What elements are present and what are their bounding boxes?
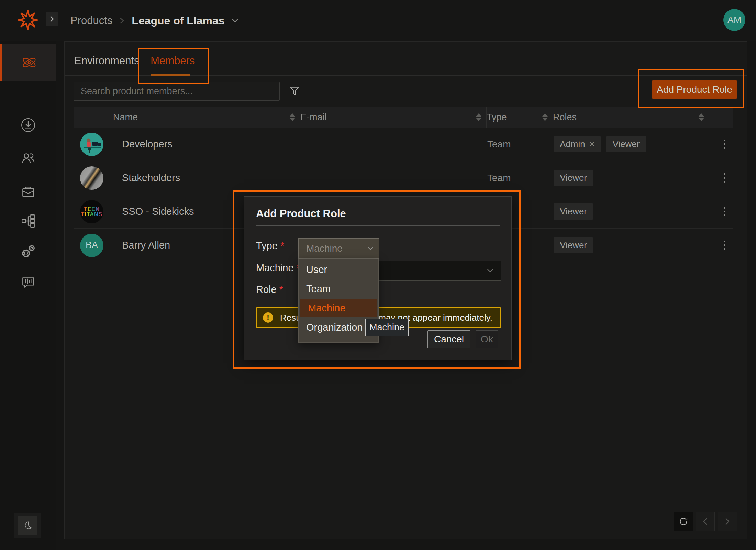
breadcrumb-separator-icon: [119, 17, 125, 24]
row-menu-kebab-icon[interactable]: [716, 140, 733, 149]
sort-roles[interactable]: [699, 113, 704, 121]
refresh-icon: [678, 516, 689, 527]
avatar-barry-allen: BA: [80, 234, 103, 257]
breadcrumb: Products League of Llamas: [70, 0, 238, 41]
table-row[interactable]: Stakeholders Team Viewer: [74, 161, 733, 195]
type-field-label: Type*: [256, 240, 284, 252]
dialog-title: Add Product Role: [256, 208, 346, 220]
role-chip-viewer[interactable]: Viewer: [554, 170, 593, 186]
download-icon: [20, 117, 36, 133]
add-product-role-button[interactable]: Add Product Role: [652, 80, 737, 99]
feedback-icon: [20, 275, 36, 290]
member-roles: Viewer: [553, 204, 709, 220]
header-type: Type: [487, 107, 553, 128]
topbar: Products League of Llamas AM: [0, 0, 756, 41]
sidebar-expand-button[interactable]: [46, 12, 58, 26]
required-asterisk: *: [279, 284, 283, 295]
dropdown-option-team[interactable]: Team: [299, 279, 378, 298]
dropdown-option-user[interactable]: User: [299, 260, 378, 279]
atom-icon: [21, 55, 37, 70]
member-type: Team: [487, 139, 553, 150]
role-chip-admin[interactable]: Admin×: [554, 136, 601, 152]
tab-environments[interactable]: Environments: [74, 55, 140, 67]
moon-icon: [22, 519, 33, 532]
role-chip-viewer[interactable]: Viewer: [554, 237, 593, 253]
member-name: Developers: [113, 139, 300, 150]
dialog-divider: [256, 226, 500, 226]
breadcrumb-products[interactable]: Products: [70, 14, 112, 27]
role-chip-viewer[interactable]: Viewer: [554, 204, 593, 220]
header-email: E-mail: [300, 107, 487, 128]
sort-type[interactable]: [542, 113, 548, 121]
warning-icon: !: [263, 312, 273, 323]
person-at-desk-illustration: [80, 133, 103, 156]
chevron-down-icon: [487, 268, 494, 273]
app-logo-spark-icon[interactable]: [17, 9, 38, 31]
avatar-developers: [80, 133, 103, 156]
member-roles: Viewer: [553, 237, 709, 253]
row-menu-kebab-icon[interactable]: [716, 207, 733, 216]
theme-toggle-button[interactable]: [14, 513, 41, 538]
role-chip-viewer[interactable]: Viewer: [606, 136, 646, 152]
sidebar-item-downloads[interactable]: [0, 109, 56, 142]
sort-email[interactable]: [476, 113, 481, 121]
ok-button[interactable]: Ok: [476, 330, 498, 348]
next-page-button[interactable]: [718, 512, 737, 531]
previous-page-button[interactable]: [696, 512, 715, 531]
chevron-down-icon: [367, 246, 374, 251]
tab-members[interactable]: Members: [151, 55, 195, 67]
table-row[interactable]: Developers Team Admin× Viewer: [74, 128, 733, 161]
dropdown-option-machine-highlighted[interactable]: Machine: [300, 299, 377, 317]
sidebar: [0, 41, 56, 550]
role-field-label: Role*: [256, 284, 283, 295]
avatar-stakeholders: [80, 166, 103, 190]
machine-field-label: Machine*: [256, 262, 300, 274]
header-actions-column: [709, 107, 733, 128]
chevron-right-icon: [49, 15, 55, 22]
product-switcher-caret-icon[interactable]: [232, 18, 238, 23]
cancel-button[interactable]: Cancel: [427, 330, 470, 348]
sidebar-item-products[interactable]: [0, 44, 56, 81]
sidebar-item-pipelines[interactable]: [0, 205, 56, 238]
sidebar-item-members[interactable]: [0, 142, 56, 175]
tab-members-active-underline: [151, 74, 190, 76]
member-roles: Viewer: [553, 170, 709, 186]
user-avatar[interactable]: AM: [723, 9, 745, 31]
remove-role-icon[interactable]: ×: [589, 139, 595, 150]
member-roles: Admin× Viewer: [553, 136, 709, 152]
avatar-teen-titans-logo: TEEN TITANS: [80, 200, 103, 223]
row-menu-kebab-icon[interactable]: [716, 173, 733, 183]
member-name: Stakeholders: [113, 172, 300, 184]
member-type: Team: [487, 173, 553, 184]
sidebar-item-projects[interactable]: [0, 175, 56, 208]
refresh-button[interactable]: [674, 512, 693, 531]
row-menu-kebab-icon[interactable]: [716, 241, 733, 250]
add-product-role-dialog: Add Product Role Type* Machine Machine* …: [244, 196, 512, 360]
header-name: Name: [113, 107, 300, 128]
chevron-right-icon: [724, 517, 731, 526]
hierarchy-icon: [20, 213, 36, 229]
hover-tooltip: Machine: [365, 319, 409, 336]
type-select[interactable]: Machine: [298, 238, 379, 258]
gears-icon: [20, 243, 36, 259]
users-icon: [20, 151, 36, 166]
filter-funnel-icon[interactable]: [288, 85, 301, 98]
search-input[interactable]: [74, 82, 280, 101]
header-roles: Roles: [553, 107, 709, 128]
sidebar-item-feedback[interactable]: [0, 266, 56, 299]
required-asterisk: *: [280, 240, 284, 251]
breadcrumb-current-product[interactable]: League of Llamas: [132, 14, 224, 27]
chevron-left-icon: [702, 517, 709, 526]
briefcase-icon: [20, 184, 36, 199]
sidebar-item-settings[interactable]: [0, 235, 56, 268]
sort-name[interactable]: [290, 113, 295, 121]
header-avatar-column: [74, 107, 113, 128]
table-header: Name E-mail Type Roles: [74, 107, 733, 128]
